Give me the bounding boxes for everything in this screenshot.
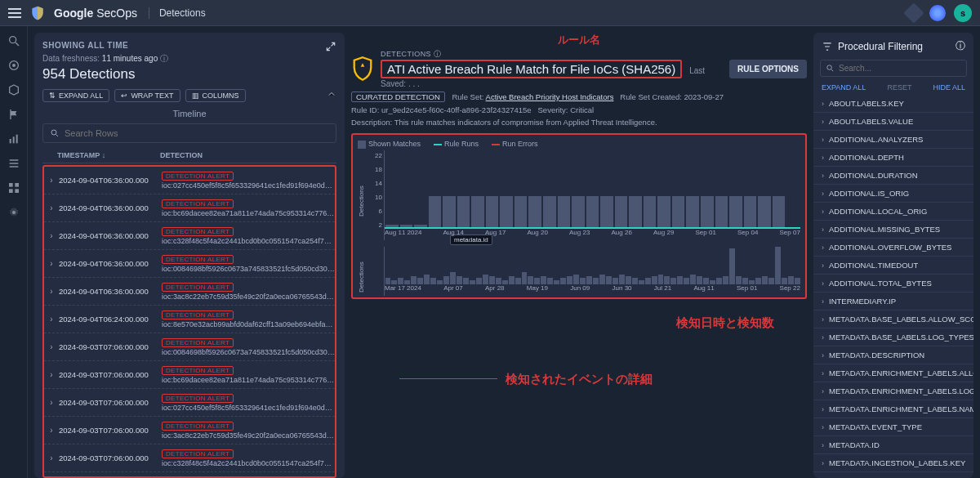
flag-icon[interactable] <box>7 108 20 121</box>
procedural-item[interactable]: ›METADATA.ID <box>813 436 973 454</box>
chevron-right-icon[interactable]: › <box>44 342 59 351</box>
procedural-item[interactable]: ›ABOUT.LABELS.VALUE <box>813 113 973 131</box>
wrap-text-button[interactable]: ↩WRAP TEXT <box>114 89 180 102</box>
row-timestamp: 2024-09-04T06:24:00.000 <box>59 315 162 324</box>
table-row[interactable]: › 2024-09-03T07:06:00.000 DETECTION ALER… <box>44 333 335 361</box>
svg-point-3 <box>12 64 16 67</box>
procedural-item[interactable]: ›METADATA.INGESTION_LABELS.KEY <box>813 454 973 472</box>
row-ioc: ioc:0084698bf5926c0673a745833521fc5d050c… <box>162 348 335 356</box>
procedural-item[interactable]: ›METADATA.EVENT_TYPE <box>813 418 973 436</box>
list-icon[interactable] <box>7 157 20 170</box>
search-rows-input[interactable] <box>42 123 336 143</box>
table-row[interactable]: › 2024-09-03T07:06:00.000 DETECTION ALER… <box>44 417 335 444</box>
rule-shield-icon <box>351 56 374 82</box>
expand-panel-icon[interactable] <box>325 41 336 52</box>
detection-alert-badge: DETECTION ALERT <box>162 338 234 347</box>
row-ioc: ioc:027cc450ef5f8c5f653329641ec1fed91f69… <box>162 181 335 190</box>
chart-overview[interactable]: Detections Mar 17 2024Apr 07Apr 28May 19… <box>358 247 800 296</box>
chart-icon[interactable] <box>7 132 20 145</box>
procedural-item[interactable]: ›METADATA.BASE_LABELS.ALLOW_SCOPE... <box>813 310 973 328</box>
procedural-item[interactable]: ›ADDITIONAL.OVERFLOW_BYTES <box>813 239 973 257</box>
row-timestamp: 2024-09-03T07:06:00.000 <box>59 370 162 379</box>
ai-spark-icon[interactable] <box>929 5 946 21</box>
procedural-item[interactable]: ›ADDITIONAL.DURATION <box>813 167 973 185</box>
detections-section-label: DETECTIONS ⓘ <box>381 49 723 60</box>
procedural-item[interactable]: ›ADDITIONAL.DEPTH <box>813 149 973 167</box>
main-area: SHOWING ALL TIME Data freshness: 11 minu… <box>28 26 980 478</box>
cube-icon[interactable] <box>7 83 20 96</box>
procedural-item[interactable]: ›ADDITIONAL.TIMEDOUT <box>813 257 973 275</box>
chevron-right-icon: › <box>822 315 824 324</box>
annotation-detection-count: 検知日時と検知数 <box>676 315 774 331</box>
collapse-icon[interactable] <box>327 89 336 99</box>
row-timestamp: 2024-09-04T06:36:00.000 <box>59 176 162 185</box>
gear-icon[interactable] <box>7 206 20 219</box>
table-row[interactable]: › 2024-09-04T06:36:00.000 DETECTION ALER… <box>44 250 335 278</box>
columns-button[interactable]: ▥COLUMNS <box>185 89 246 102</box>
procedural-item[interactable]: ›METADATA.DESCRIPTION <box>813 346 973 364</box>
row-ioc: ioc:0084698bf5926c0673a745833521fc5d050c… <box>162 265 335 273</box>
table-row[interactable]: › 2024-09-04T06:36:00.000 DETECTION ALER… <box>44 278 335 306</box>
chevron-right-icon[interactable]: › <box>44 315 59 324</box>
table-row[interactable]: › 2024-09-03T07:06:00.000 DETECTION ALER… <box>44 361 335 389</box>
procedural-item[interactable]: ›INTERMEDIARY.IP <box>813 293 973 310</box>
rule-description: Description: This rule matches indicator… <box>351 118 807 127</box>
chevron-right-icon: › <box>822 297 824 306</box>
table-row[interactable]: › 2024-09-03T07:06:00.000 DETECTION ALER… <box>44 444 335 472</box>
chevron-right-icon: › <box>822 333 824 342</box>
procedural-search-input[interactable] <box>820 60 967 77</box>
chevron-right-icon[interactable]: › <box>44 453 59 462</box>
procedural-item[interactable]: ›METADATA.ENRICHMENT_LABELS.ALLOW... <box>813 364 973 382</box>
timeline-label: Timeline <box>42 109 336 118</box>
detections-column-header: TIMESTAMP ↓ DETECTION <box>42 148 336 163</box>
procedural-item[interactable]: ›METADATA.BASE_LABELS.LOG_TYPES <box>813 328 973 346</box>
info-icon[interactable]: ⓘ <box>956 39 965 53</box>
table-row[interactable]: › 2024-09-04T06:36:00.000 DETECTION ALER… <box>44 194 335 222</box>
procedural-item[interactable]: ›ADDITIONAL.LOCAL_ORIG <box>813 203 973 221</box>
procedural-item[interactable]: ›ADDITIONAL.IS_ORIG <box>813 185 973 203</box>
proc-reset[interactable]: RESET <box>887 83 911 92</box>
table-row[interactable]: › 2024-09-04T06:24:00.000 DETECTION ALER… <box>44 306 335 333</box>
row-timestamp: 2024-09-04T06:36:00.000 <box>59 231 162 240</box>
procedural-item[interactable]: ›ADDITIONAL.ANALYZERS <box>813 131 973 149</box>
ruleset-link[interactable]: Active Breach Priority Host Indicators <box>486 92 614 101</box>
proc-expand-all[interactable]: EXPAND ALL <box>822 83 866 92</box>
detection-alert-badge: DETECTION ALERT <box>162 422 234 431</box>
col-detection[interactable]: DETECTION <box>160 151 336 159</box>
chevron-right-icon[interactable]: › <box>44 231 59 240</box>
expand-all-button[interactable]: ⇅EXPAND ALL <box>42 89 109 102</box>
dashboard-icon[interactable] <box>7 181 20 194</box>
table-row[interactable]: › 2024-09-04T06:36:00.000 DETECTION ALER… <box>44 222 335 250</box>
hamburger-menu-icon[interactable] <box>8 8 21 18</box>
table-row[interactable]: › 2024-09-03T07:06:00.000 DETECTION ALER… <box>44 389 335 417</box>
search-icon[interactable] <box>7 34 20 47</box>
row-ioc: ioc:8e570e32acb99abfd0daf62cff13a09eb694… <box>162 320 335 328</box>
chevron-right-icon[interactable]: › <box>44 370 59 379</box>
col-timestamp[interactable]: TIMESTAMP ↓ <box>57 151 160 159</box>
procedural-item[interactable]: ›METADATA.ENRICHMENT_LABELS.NAMES... <box>813 400 973 418</box>
breadcrumb-section[interactable]: Detections <box>149 7 206 19</box>
chevron-right-icon[interactable]: › <box>44 259 59 268</box>
chart-recent[interactable]: Detections 2218141062 metadata.id Aug 11… <box>358 150 800 240</box>
procedural-item[interactable]: ›METADATA.INGESTION_LABELS.VALUE <box>813 472 973 478</box>
proc-hide-all[interactable]: HIDE ALL <box>933 83 965 92</box>
table-row[interactable]: › 2024-09-02T06:36:00.000 DETECTION ALER… <box>44 472 335 478</box>
chevron-right-icon[interactable]: › <box>44 398 59 407</box>
procedural-item[interactable]: ›ADDITIONAL.MISSING_BYTES <box>813 221 973 239</box>
rule-name: ATI Active Breach Rule Match for File Io… <box>381 60 682 78</box>
notifications-icon[interactable] <box>903 2 924 23</box>
chevron-right-icon[interactable]: › <box>44 426 59 435</box>
info-icon[interactable]: ⓘ <box>160 54 168 63</box>
rule-options-button[interactable]: RULE OPTIONS <box>729 60 807 78</box>
row-timestamp: 2024-09-03T07:06:00.000 <box>59 453 162 462</box>
target-icon[interactable] <box>7 59 20 72</box>
procedural-item[interactable]: ›METADATA.ENRICHMENT_LABELS.LOG_T... <box>813 382 973 400</box>
procedural-item[interactable]: ›ABOUT.LABELS.KEY <box>813 95 973 113</box>
detections-rows: › 2024-09-04T06:36:00.000 DETECTION ALER… <box>42 165 336 478</box>
avatar[interactable]: s <box>954 4 972 22</box>
chevron-right-icon[interactable]: › <box>44 287 59 296</box>
procedural-item[interactable]: ›ADDITIONAL.TOTAL_BYTES <box>813 275 973 293</box>
table-row[interactable]: › 2024-09-04T06:36:00.000 DETECTION ALER… <box>44 167 335 194</box>
chevron-right-icon[interactable]: › <box>44 203 59 212</box>
chevron-right-icon[interactable]: › <box>44 176 59 185</box>
